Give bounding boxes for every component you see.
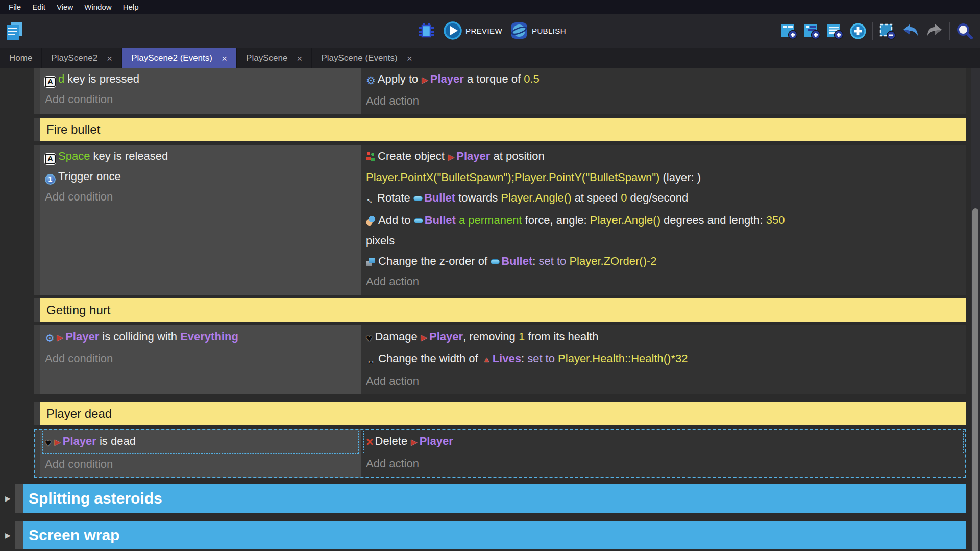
search-icon[interactable] <box>955 22 974 40</box>
text-segment: a torque of <box>464 72 524 85</box>
comment-row: Fire bullet <box>0 118 980 141</box>
comment-text[interactable]: Getting hurt <box>40 298 966 322</box>
group-header[interactable]: Screen wrap <box>23 521 966 549</box>
condition-item[interactable]: Ad key is pressed <box>45 69 357 89</box>
tab-label: PlayScene <box>246 53 287 63</box>
preview-button[interactable]: PREVIEW <box>443 21 502 40</box>
debugger-icon[interactable] <box>416 21 436 40</box>
drag-handle[interactable] <box>34 68 40 114</box>
tab-close-icon[interactable]: × <box>107 54 112 63</box>
text-segment: Trigger once <box>58 170 121 183</box>
action-item[interactable]: ♥Damage ▶Player, removing 1 from its hea… <box>366 327 962 348</box>
heart-icon: ♥ <box>366 328 372 348</box>
expand-arrow-icon[interactable]: ▶ <box>5 531 11 539</box>
condition-item[interactable]: ⚙▶Player is colliding with Everything <box>45 327 357 348</box>
drag-handle[interactable] <box>34 118 40 141</box>
expand-arrow-icon[interactable]: ▶ <box>5 494 11 503</box>
action-item[interactable]: pixels <box>366 231 962 251</box>
text-segment: Space <box>58 149 90 162</box>
add-event-icon[interactable] <box>780 22 798 40</box>
tab-close-icon[interactable]: × <box>297 54 302 63</box>
drag-handle[interactable] <box>15 484 23 513</box>
redo-icon[interactable] <box>925 22 944 40</box>
tab-home[interactable]: Home <box>0 48 42 68</box>
publish-label: PUBLISH <box>532 27 566 35</box>
drag-handle[interactable] <box>34 325 40 394</box>
tab-playscene[interactable]: PlayScene× <box>237 48 312 68</box>
scrollbar-thumb[interactable] <box>972 208 978 551</box>
row-gutter <box>0 402 34 425</box>
action-item[interactable]: ↔Change the width of ▲Lives: set to Play… <box>366 348 962 371</box>
text-segment: Player.ZOrder()-2 <box>569 255 656 267</box>
text-segment: force, angle: <box>522 214 590 227</box>
scrollbar-track[interactable] <box>971 68 980 551</box>
text-segment: Player <box>430 72 464 85</box>
text-segment: set to <box>539 255 570 267</box>
action-item[interactable]: Player.PointX("BulletSpawn");Player.Poin… <box>366 167 962 188</box>
action-item[interactable]: Create object ▶Player at position <box>366 146 962 167</box>
add-action-button[interactable]: Add action <box>366 371 962 391</box>
drag-handle[interactable] <box>15 521 23 549</box>
bullet-icon <box>414 218 423 223</box>
row-gutter <box>0 325 34 394</box>
menu-item-window[interactable]: Window <box>79 0 117 14</box>
text-segment: 1 <box>519 330 525 343</box>
action-item[interactable]: ⚙Apply to ▶Player a torque of 0.5 <box>366 69 962 91</box>
undo-icon[interactable] <box>901 22 920 40</box>
publish-button[interactable]: PUBLISH <box>509 21 566 40</box>
text-segment: key is pressed <box>64 72 139 85</box>
deselect-icon[interactable] <box>878 22 896 40</box>
event-row: ASpace key is released1Trigger onceAdd c… <box>0 145 980 295</box>
tab-playscene-events[interactable]: PlayScene (Events)× <box>312 48 422 68</box>
toolbar: PREVIEW PUBLISH <box>0 14 980 48</box>
add-condition-button[interactable]: Add condition <box>45 89 357 110</box>
action-item[interactable]: ×Delete ▶Player <box>363 431 964 453</box>
menu-item-file[interactable]: File <box>3 0 27 14</box>
add-action-button[interactable]: Add action <box>366 454 962 474</box>
text-segment: Player <box>63 435 96 447</box>
text-segment: Delete <box>375 435 411 447</box>
text-segment: Player <box>65 330 99 343</box>
add-action-button[interactable]: Add action <box>366 91 962 111</box>
bullet-icon <box>413 196 423 201</box>
player-icon: ▶ <box>448 147 454 167</box>
menu-item-view[interactable]: View <box>51 0 79 14</box>
drag-handle[interactable] <box>34 402 40 425</box>
condition-item[interactable]: 1Trigger once <box>45 166 357 187</box>
text-segment: Player <box>420 435 453 447</box>
tab-close-icon[interactable]: × <box>222 54 227 63</box>
action-item[interactable]: ↔Rotate Bullet towards Player.Angle() at… <box>366 188 962 210</box>
add-comment-icon[interactable] <box>826 22 844 40</box>
player-icon: ▶ <box>54 432 60 453</box>
text-segment: towards <box>455 191 501 204</box>
add-condition-button[interactable]: Add condition <box>45 187 357 207</box>
add-subevent-icon[interactable] <box>803 22 821 40</box>
text-segment: pixels <box>366 234 395 247</box>
toolbar-separator <box>949 22 950 40</box>
add-action-button[interactable]: Add action <box>366 271 962 292</box>
condition-item[interactable]: ♥▶Player is dead <box>42 431 359 454</box>
add-condition-button[interactable]: Add condition <box>45 348 357 369</box>
tab-playscene2-events[interactable]: PlayScene2 (Events)× <box>122 48 237 68</box>
add-condition-button[interactable]: Add condition <box>45 454 357 474</box>
action-item[interactable]: Change the z-order of Bullet: set to Pla… <box>366 251 962 271</box>
tab-close-icon[interactable]: × <box>407 54 412 63</box>
gdevelop-window: FileEditViewWindowHelp <box>0 0 980 551</box>
tab-playscene2[interactable]: PlayScene2× <box>42 48 122 68</box>
text-segment: Player.Angle() <box>501 191 571 204</box>
menu-item-help[interactable]: Help <box>117 0 144 14</box>
events-sheet: Ad key is pressedAdd condition⚙Apply to … <box>0 68 980 551</box>
menu-item-edit[interactable]: Edit <box>27 0 51 14</box>
comment-text[interactable]: Player dead <box>40 402 966 425</box>
drag-handle[interactable] <box>34 429 40 478</box>
action-item[interactable]: Add to Bullet a permanent force, angle: … <box>366 210 962 231</box>
zorder-icon <box>366 258 376 266</box>
text-segment: Lives <box>493 352 521 365</box>
condition-item[interactable]: ASpace key is released <box>45 146 357 166</box>
events-sheet-icon[interactable] <box>4 21 24 41</box>
group-header[interactable]: Splitting asteroids <box>23 484 966 513</box>
comment-text[interactable]: Fire bullet <box>40 118 966 141</box>
drag-handle[interactable] <box>34 145 40 295</box>
add-circle-icon[interactable] <box>849 22 867 40</box>
drag-handle[interactable] <box>34 298 40 322</box>
